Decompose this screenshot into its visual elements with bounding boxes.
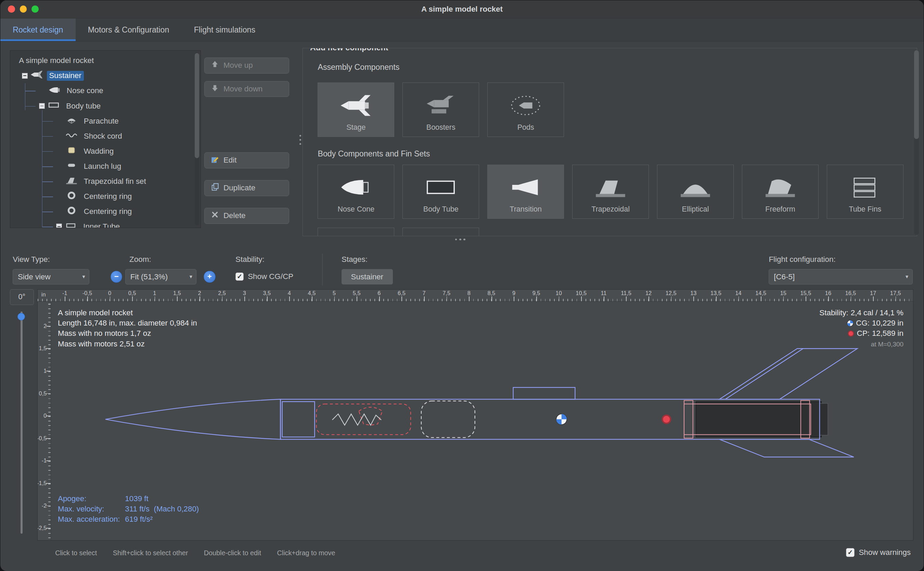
tree-item-parachute[interactable]: Parachute <box>10 114 200 129</box>
rotation-slider-thumb[interactable] <box>17 313 25 320</box>
wadding-outline[interactable] <box>421 401 475 437</box>
minimize-window-button[interactable] <box>20 6 27 13</box>
show-cgcp-label: Show CG/CP <box>248 272 293 281</box>
view-type-select[interactable]: Side view ▼ <box>13 269 89 284</box>
arrow-down-icon <box>211 83 219 94</box>
component-tile-trapezoidal[interactable]: Trapezoidal <box>572 165 649 219</box>
maximize-window-button[interactable] <box>31 6 38 13</box>
window-title: A simple model rocket <box>421 5 503 14</box>
tree-scrollbar[interactable] <box>195 53 200 225</box>
fin-bottom[interactable] <box>720 439 854 457</box>
ring-icon <box>65 206 82 217</box>
panel-scrollbar[interactable] <box>914 50 919 235</box>
edit-button[interactable]: Edit <box>204 152 289 168</box>
component-tile-nose-cone[interactable]: Nose Cone <box>317 165 394 219</box>
component-tile-transition[interactable]: Transition <box>487 165 564 219</box>
component-tile-pods[interactable]: Pods <box>487 82 564 137</box>
centering-ring-fwd[interactable] <box>684 400 693 438</box>
fin-top[interactable] <box>720 349 858 399</box>
title-bar: A simple model rocket <box>0 0 924 19</box>
nose-cone-outline[interactable] <box>106 399 280 439</box>
show-warnings-checkbox[interactable]: Show warnings <box>846 548 911 557</box>
move-down-button[interactable]: Move down <box>204 81 289 97</box>
checkbox-icon[interactable] <box>846 548 855 557</box>
tubefins-icon <box>848 175 882 199</box>
tab-flight-simulations[interactable]: Flight simulations <box>182 19 268 41</box>
cg-icon <box>847 320 854 327</box>
tree-item-shock-cord[interactable]: Shock cord <box>10 129 200 144</box>
component-tile-elliptical[interactable]: Elliptical <box>657 165 734 219</box>
duplicate-button[interactable]: Duplicate <box>204 180 289 196</box>
tree-item-wadding[interactable]: Wadding <box>10 144 200 159</box>
action-buttons: Move upMove downEditDuplicateDelete <box>204 57 289 224</box>
motor-overhang[interactable] <box>819 403 828 435</box>
tree-item-inner-tube[interactable]: Inner Tube <box>10 219 200 228</box>
motor[interactable] <box>696 401 822 437</box>
tab-bar: Rocket designMotors & ConfigurationFligh… <box>0 19 924 41</box>
stage-toggle-sustainer[interactable]: Sustainer <box>342 269 393 284</box>
parachute-glyph <box>359 407 383 425</box>
shock-cord-line[interactable] <box>332 414 381 425</box>
tree-item-sustainer[interactable]: Sustainer <box>10 68 200 83</box>
tree-scrollbar-thumb[interactable] <box>195 53 200 158</box>
cp-icon <box>847 330 855 337</box>
tree-item-body-tube[interactable]: Body tube <box>10 98 200 113</box>
zoom-label: Zoom: <box>129 255 151 264</box>
collapse-icon[interactable] <box>39 103 45 109</box>
collapse-icon[interactable] <box>22 73 28 79</box>
show-cgcp-checkbox[interactable]: Show CG/CP <box>236 272 293 281</box>
panel-scrollbar-thumb[interactable] <box>914 50 919 139</box>
component-tile-body-tube[interactable]: Body Tube <box>402 165 479 219</box>
edit-icon <box>211 155 219 166</box>
window-controls <box>8 6 38 13</box>
zoom-select[interactable]: Fit (51,3%) ▼ <box>125 269 196 284</box>
zoom-in-button[interactable]: + <box>203 271 215 282</box>
tree-item-nose-cone[interactable]: Nose cone <box>10 83 200 98</box>
tree-item-root[interactable]: A simple model rocket <box>10 53 200 68</box>
launch-lug[interactable] <box>513 387 575 399</box>
component-tile-stage[interactable]: Stage <box>317 82 394 137</box>
cp-symbol <box>662 415 671 423</box>
component-tile-boosters[interactable]: Boosters <box>402 82 479 137</box>
component-tile-partial[interactable] <box>402 228 479 236</box>
toolbar-divider <box>322 254 323 286</box>
component-tile-tube-fins[interactable]: Tube Fins <box>827 165 904 219</box>
transition-icon <box>508 175 543 199</box>
stages-label: Stages: <box>342 255 368 264</box>
nose-shoulder[interactable] <box>282 401 315 437</box>
mach-note: at M=0,300 <box>871 339 904 350</box>
tree-item-centering-ring-2[interactable]: Centering ring <box>10 204 200 219</box>
delete-button[interactable]: Delete <box>204 208 289 224</box>
cp-row: CP:12,589 in <box>847 328 904 339</box>
lug-icon <box>65 161 82 172</box>
stability-label: Stability: <box>236 255 265 264</box>
tab-motors-configuration[interactable]: Motors & Configuration <box>75 19 182 41</box>
zoom-value: Fit (51,3%) <box>126 273 185 281</box>
component-tile-freeform[interactable]: Freeform <box>742 165 819 219</box>
rocket-canvas[interactable]: -1-0,500,511,522,533,544,555,566,577,588… <box>37 289 913 540</box>
stat-label: Max. acceleration: <box>58 515 125 524</box>
horizontal-splitter-grip[interactable] <box>455 239 465 240</box>
nosecone-icon <box>339 175 373 199</box>
checkbox-icon[interactable] <box>236 273 244 281</box>
collapse-icon[interactable] <box>56 224 62 228</box>
vertical-splitter-grip[interactable] <box>299 135 302 145</box>
flight-config-select[interactable]: [C6-5] ▼ <box>768 269 912 284</box>
move-up-button[interactable]: Move up <box>204 57 289 73</box>
tree-item-trapezoidal-fin-set[interactable]: Trapezoidal fin set <box>10 174 200 189</box>
stability-caption: Stability: <box>819 308 849 318</box>
close-window-button[interactable] <box>8 6 15 13</box>
show-warnings-label: Show warnings <box>859 548 911 557</box>
zoom-out-button[interactable]: − <box>111 271 122 282</box>
tab-rocket-design[interactable]: Rocket design <box>0 19 75 41</box>
tree-item-centering-ring[interactable]: Centering ring <box>10 189 200 204</box>
tree-item-launch-lug[interactable]: Launch lug <box>10 159 200 174</box>
stat-value: 311 ft/s (Mach 0,280) <box>125 505 199 514</box>
cord-icon <box>65 131 82 142</box>
app-window: A simple model rocket Rocket designMotor… <box>0 0 924 571</box>
chevron-down-icon: ▼ <box>902 274 912 279</box>
view-type-value: Side view <box>13 273 79 281</box>
component-tile-partial[interactable] <box>317 228 394 236</box>
rotation-angle-field[interactable]: 0° <box>10 289 34 305</box>
rotation-slider-track[interactable] <box>20 312 23 534</box>
